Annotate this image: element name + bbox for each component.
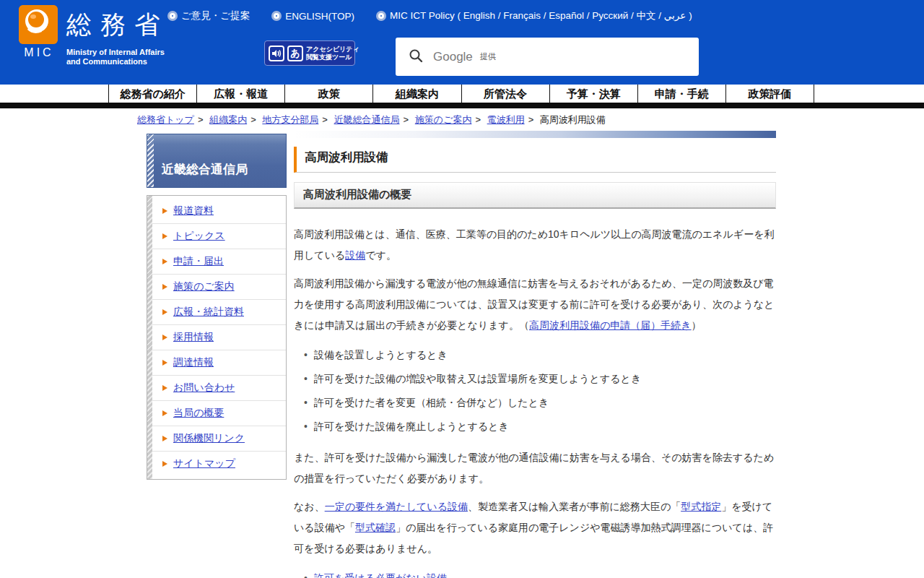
breadcrumb-separator: > bbox=[475, 114, 481, 125]
main-content: 高周波利用設備 高周波利用設備の概要 高周波利用設備とは、通信、医療、工業等の目… bbox=[294, 131, 776, 578]
breadcrumb-current: 高周波利用設備 bbox=[540, 114, 606, 125]
triangle-bullet-icon bbox=[162, 284, 167, 290]
inline-link[interactable]: 型式確認 bbox=[355, 522, 396, 533]
sidebar-menu-item[interactable]: トピックス bbox=[147, 224, 286, 249]
search-provider-label: 提供 bbox=[480, 51, 496, 62]
breadcrumb-link[interactable]: 地方支分部局 bbox=[262, 114, 318, 125]
list-item: 許可を受けた者を変更（相続・合併など）したとき bbox=[304, 392, 776, 413]
sidebar-menu-item[interactable]: 調達情報 bbox=[147, 350, 286, 376]
breadcrumb-link[interactable]: 近畿総合通信局 bbox=[334, 114, 400, 125]
inline-link[interactable]: 型式指定 bbox=[681, 501, 721, 512]
breadcrumb-separator: > bbox=[404, 114, 409, 125]
section-title: 高周波利用設備の概要 bbox=[294, 182, 776, 209]
sidebar-menu-item[interactable]: 申請・届出 bbox=[147, 249, 286, 275]
inline-link[interactable]: 一定の要件を満たしている設備 bbox=[325, 501, 468, 512]
global-nav-item[interactable]: 所管法令 bbox=[461, 85, 549, 103]
mic-logo[interactable]: MIC 総務省 Ministry of Internal Affairs and… bbox=[19, 5, 168, 66]
global-nav-items: 総務省の紹介 広報・報道 政策 組織案内 所管法令 予算・決算 申請・手続 政策… bbox=[108, 85, 814, 103]
page-title: 高周波利用設備 bbox=[294, 147, 776, 173]
bullet-list: 設備を設置しようとするとき 許可を受けた設備の増設や取替え又は設置場所を変更しよ… bbox=[294, 345, 776, 437]
header-utility-link[interactable]: ENGLISH(TOP) bbox=[271, 11, 354, 22]
nav-end-divider bbox=[814, 85, 814, 103]
circle-bullet-icon bbox=[170, 13, 175, 19]
triangle-bullet-icon bbox=[162, 385, 167, 391]
accessibility-tool-button[interactable]: あ アクセシビリティ 閲覧支援ツール bbox=[264, 40, 355, 66]
triangle-bullet-icon bbox=[162, 410, 167, 416]
sidebar-menu-item[interactable]: お問い合わせ bbox=[147, 376, 286, 401]
breadcrumb-link[interactable]: 施策のご案内 bbox=[415, 114, 472, 125]
breadcrumb-separator: > bbox=[198, 114, 204, 125]
sidebar: 近畿総合通信局 報道資料 トピックス 申請・届出 施策のご案内 bbox=[147, 134, 287, 480]
triangle-bullet-icon bbox=[162, 335, 167, 340]
sidebar-menu-item[interactable]: 施策のご案内 bbox=[147, 275, 286, 300]
header-utility-links: ご意見・ご提案 ENGLISH(TOP) MIC ICT Policy ( En… bbox=[167, 9, 692, 22]
header-utility-link[interactable]: ご意見・ご提案 bbox=[167, 9, 250, 22]
article-body: 高周波利用設備とは、通信、医療、工業等の目的のため10キロヘルツ以上の高周波電流… bbox=[294, 209, 776, 578]
triangle-bullet-icon bbox=[162, 436, 167, 441]
list-item: 許可を受けた設備を廃止しようとするとき bbox=[304, 416, 776, 437]
global-nav-item[interactable]: 申請・手続 bbox=[637, 85, 725, 103]
ministry-name-en: Ministry of Internal Affairs and Communi… bbox=[66, 48, 168, 66]
nav-bottom-bar bbox=[0, 103, 924, 108]
sidebar-menu-item[interactable]: 報道資料 bbox=[147, 199, 286, 224]
link-list: 許可を受ける必要がない設備 型式指定の申請手続きへ（総務省電波利用ポータル） 型… bbox=[294, 568, 776, 578]
list-item: 許可を受ける必要がない設備 bbox=[304, 568, 776, 578]
list-item: 許可を受けた設備の増設や取替え又は設置場所を変更しようとするとき bbox=[304, 368, 776, 389]
site-header: MIC 総務省 Ministry of Internal Affairs and… bbox=[0, 0, 924, 85]
sidebar-menu-item[interactable]: 広報・統計資料 bbox=[147, 300, 286, 325]
breadcrumb: 総務省トップ> 組織案内> 地方支分部局> 近畿総合通信局> 施策のご案内> 電… bbox=[137, 113, 606, 126]
triangle-bullet-icon bbox=[162, 208, 167, 214]
paragraph: 高周波利用設備とは、通信、医療、工業等の目的のため10キロヘルツ以上の高周波電流… bbox=[294, 224, 776, 266]
mic-logo-text: MIC bbox=[19, 46, 59, 59]
mic-logo-mark: MIC bbox=[19, 5, 59, 66]
sidebar-menu: 報道資料 トピックス 申請・届出 施策のご案内 広報・統計資料 bbox=[147, 195, 287, 480]
breadcrumb-separator: > bbox=[250, 114, 256, 125]
ministry-name-block: 総務省 Ministry of Internal Affairs and Com… bbox=[66, 5, 168, 66]
breadcrumb-link[interactable]: 組織案内 bbox=[209, 114, 247, 125]
sidebar-menu-item[interactable]: 当局の概要 bbox=[147, 401, 286, 426]
breadcrumb-separator: > bbox=[322, 114, 328, 125]
triangle-bullet-icon bbox=[162, 309, 167, 315]
inline-link[interactable]: 高周波利用設備の申請（届）手続き bbox=[529, 319, 692, 331]
list-item: 設備を設置しようとするとき bbox=[304, 345, 776, 366]
mic-logo-icon bbox=[19, 5, 58, 44]
ministry-name-jp: 総務省 bbox=[66, 8, 168, 42]
sidebar-menu-item[interactable]: 採用情報 bbox=[147, 325, 286, 350]
circle-bullet-icon bbox=[274, 13, 279, 19]
global-nav-item[interactable]: 政策 bbox=[284, 85, 372, 103]
circle-bullet-icon bbox=[378, 13, 384, 19]
triangle-bullet-icon bbox=[162, 259, 167, 264]
sidebar-title: 近畿総合通信局 bbox=[147, 134, 287, 188]
list-link[interactable]: 許可を受ける必要がない設備 bbox=[314, 572, 447, 578]
accessibility-tool-label: アクセシビリティ 閲覧支援ツール bbox=[306, 46, 359, 61]
triangle-bullet-icon bbox=[162, 461, 167, 467]
global-nav-item[interactable]: 予算・決算 bbox=[549, 85, 637, 103]
hiragana-a-icon: あ bbox=[287, 46, 303, 61]
paragraph: 高周波利用設備から漏洩する電波が他の無線通信に妨害を与えるおそれがあるため、一定… bbox=[294, 273, 776, 336]
breadcrumb-link[interactable]: 電波利用 bbox=[487, 114, 525, 125]
search-icon bbox=[409, 48, 423, 66]
search-input[interactable]: Google 提供 bbox=[396, 38, 699, 76]
global-nav-item[interactable]: 政策評価 bbox=[725, 85, 814, 103]
breadcrumb-separator: > bbox=[528, 114, 534, 125]
breadcrumb-link[interactable]: 総務省トップ bbox=[137, 114, 194, 125]
paragraph: また、許可を受けた設備から漏洩した電波が他の通信設備に妨害を与える場合、その妨害… bbox=[294, 447, 776, 489]
global-nav-item[interactable]: 総務省の紹介 bbox=[108, 85, 196, 103]
triangle-bullet-icon bbox=[162, 233, 167, 239]
sidebar-menu-item[interactable]: 関係機関リンク bbox=[147, 426, 286, 452]
speaker-icon bbox=[269, 46, 284, 61]
global-nav: 総務省の紹介 広報・報道 政策 組織案内 所管法令 予算・決算 申請・手続 政策… bbox=[0, 85, 924, 103]
header-utility-link[interactable]: MIC ICT Policy ( English / Français / Es… bbox=[376, 9, 692, 22]
search-placeholder: Google bbox=[433, 50, 473, 64]
paragraph: なお、一定の要件を満たしている設備、製造業者又は輸入業者が事前に総務大臣の「型式… bbox=[294, 496, 776, 559]
content-gradient-bar bbox=[294, 131, 776, 138]
global-nav-item[interactable]: 組織案内 bbox=[372, 85, 461, 103]
global-nav-item[interactable]: 広報・報道 bbox=[196, 85, 284, 103]
triangle-bullet-icon bbox=[162, 360, 167, 366]
sidebar-menu-item[interactable]: サイトマップ bbox=[147, 452, 286, 476]
inline-link[interactable]: 設備 bbox=[345, 249, 365, 261]
